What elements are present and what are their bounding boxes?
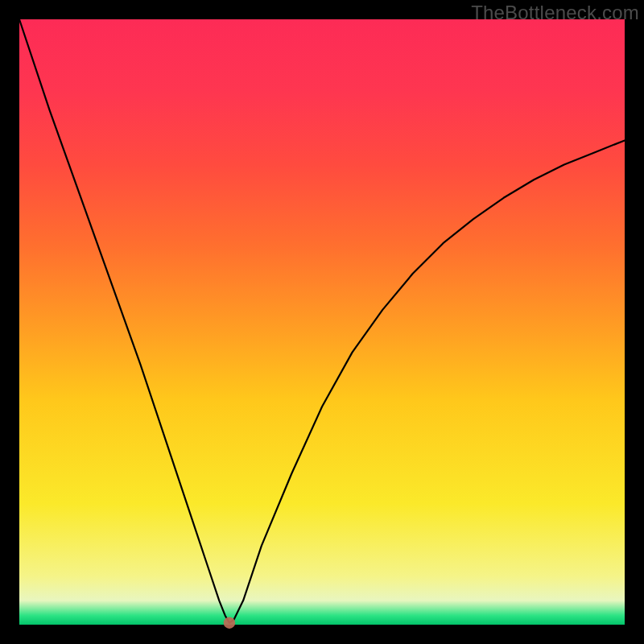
bottleneck-curve [19, 19, 625, 623]
curve-layer [19, 19, 625, 625]
min-marker-dot [224, 617, 235, 629]
watermark-text: TheBottleneck.com [471, 2, 639, 24]
